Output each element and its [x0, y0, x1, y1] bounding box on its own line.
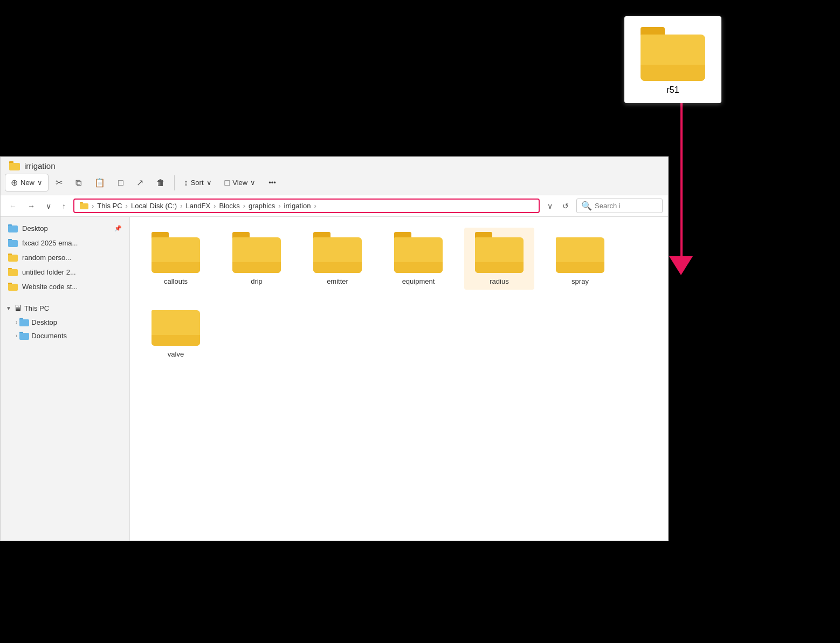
paste-button[interactable]: 📋	[88, 174, 111, 191]
folder-spray[interactable]: spray	[545, 228, 615, 290]
title-bar: irrigation	[1, 157, 668, 170]
folder-name-valve: valve	[168, 350, 184, 358]
folder-emitter[interactable]: emitter	[302, 228, 373, 290]
sidebar-label-untitled: untitled folder 2...	[22, 268, 76, 276]
sidebar-label-desktop-tree: Desktop	[31, 318, 57, 326]
sidebar-this-pc[interactable]: ▼ 🖥 This PC	[1, 300, 129, 316]
address-path[interactable]: › This PC › Local Disk (C:) › LandFX › B…	[73, 199, 540, 213]
sidebar-folder-icon-documents	[19, 332, 29, 340]
share-icon: ↗	[136, 177, 143, 188]
more-button[interactable]: •••	[263, 175, 282, 190]
folder-valve[interactable]: valve	[141, 300, 211, 362]
floating-folder: r51	[624, 16, 721, 103]
new-label: New	[20, 179, 35, 187]
file-area: callouts drip emitter	[130, 217, 668, 541]
expand-arrow-desktop: ›	[16, 319, 17, 325]
sort-button[interactable]: ↕ Sort ∨	[178, 174, 218, 191]
recent-button[interactable]: ∨	[43, 200, 54, 213]
folder-name-spray: spray	[572, 277, 589, 285]
address-controls: ∨ ↺	[544, 200, 572, 213]
delete-button[interactable]: 🗑	[150, 174, 171, 191]
sidebar-folder-icon-random	[8, 254, 18, 262]
path-irrigation: irrigation	[284, 202, 311, 210]
paste-icon: 📋	[94, 177, 105, 188]
sidebar-label-this-pc: This PC	[24, 304, 49, 312]
sidebar-folder-icon-fxcad	[8, 239, 18, 247]
path-folder-icon	[80, 202, 88, 209]
copy-icon: ⧉	[75, 178, 81, 188]
expand-arrow-documents: ›	[16, 333, 17, 339]
view-button[interactable]: □ View ∨	[219, 174, 262, 191]
folder-icon-spray	[556, 232, 604, 273]
search-input[interactable]	[595, 202, 658, 210]
cut-button[interactable]: ✂	[50, 174, 68, 191]
sidebar-folder-icon-desktop-tree	[19, 318, 29, 326]
title-bar-folder-icon	[9, 161, 20, 170]
up-button[interactable]: ↑	[59, 200, 69, 213]
sidebar-desktop-tree[interactable]: › Desktop	[1, 316, 129, 329]
folder-callouts[interactable]: callouts	[141, 228, 211, 290]
sidebar-item-untitled[interactable]: untitled folder 2...	[1, 265, 129, 279]
view-label: View	[232, 179, 247, 187]
copy-button[interactable]: ⧉	[70, 174, 87, 191]
toolbar: ⊕ New ∨ ✂ ⧉ 📋 □ ↗ 🗑 ↕ Sort ∨ □ View	[1, 170, 668, 195]
content-area: Desktop 📌 fxcad 2025 ema... random perso…	[1, 217, 668, 541]
toolbar-separator	[174, 175, 175, 190]
sidebar-folder-icon-desktop	[8, 224, 18, 232]
rename-icon: □	[118, 178, 123, 188]
explorer-window: irrigation ⊕ New ∨ ✂ ⧉ 📋 □ ↗ 🗑 ↕ Sort	[0, 156, 669, 541]
sidebar-label-desktop: Desktop	[22, 224, 48, 232]
scissors-icon: ✂	[56, 177, 63, 188]
window-title: irrigation	[24, 161, 56, 170]
sort-icon: ↕	[184, 178, 188, 188]
folder-icon-drip	[232, 232, 281, 273]
sidebar-label-website: Website code st...	[22, 283, 78, 291]
folder-icon-equipment	[394, 232, 443, 273]
folder-radius[interactable]: radius	[464, 228, 534, 290]
path-graphics: graphics	[249, 202, 275, 210]
sidebar-item-fxcad[interactable]: fxcad 2025 ema...	[1, 236, 129, 250]
refresh-button[interactable]: ↺	[559, 200, 572, 213]
expand-arrow-this-pc: ▼	[6, 305, 11, 311]
folder-name-equipment: equipment	[402, 277, 435, 285]
search-icon: 🔍	[581, 201, 592, 211]
path-dropdown-button[interactable]: ∨	[544, 200, 556, 213]
sidebar-label-fxcad: fxcad 2025 ema...	[22, 239, 78, 247]
folder-name-callouts: callouts	[164, 277, 188, 285]
sidebar: Desktop 📌 fxcad 2025 ema... random perso…	[1, 217, 130, 541]
folder-drip[interactable]: drip	[222, 228, 292, 290]
folder-name-emitter: emitter	[327, 277, 348, 285]
folder-name-drip: drip	[251, 277, 263, 285]
folder-icon-emitter	[313, 232, 362, 273]
sidebar-folder-icon-untitled	[8, 268, 18, 276]
pin-icon: 📌	[114, 225, 122, 232]
view-dropdown-icon: ∨	[250, 179, 256, 187]
sort-label: Sort	[191, 179, 204, 187]
search-box[interactable]: 🔍	[576, 199, 663, 213]
rename-button[interactable]: □	[112, 174, 129, 191]
path-landfx: LandFX	[186, 202, 211, 210]
folder-icon-valve	[152, 305, 200, 346]
folder-icon-callouts	[152, 232, 200, 273]
annotation-arrow	[670, 84, 693, 275]
sidebar-documents-tree[interactable]: › Documents	[1, 329, 129, 343]
back-button[interactable]: ←	[6, 200, 20, 213]
sidebar-item-desktop[interactable]: Desktop 📌	[1, 221, 129, 236]
sidebar-label-random: random perso...	[22, 254, 71, 262]
folder-equipment[interactable]: equipment	[383, 228, 453, 290]
sidebar-item-random[interactable]: random perso...	[1, 250, 129, 265]
plus-icon: ⊕	[11, 177, 18, 188]
path-blocks: Blocks	[219, 202, 239, 210]
folder-name-radius: radius	[490, 277, 508, 285]
monitor-icon: 🖥	[13, 303, 22, 313]
new-dropdown-icon: ∨	[37, 179, 43, 187]
view-icon: □	[225, 178, 230, 188]
new-button[interactable]: ⊕ New ∨	[5, 174, 49, 191]
sidebar-item-website[interactable]: Website code st...	[1, 279, 129, 294]
path-local-disk: Local Disk (C:)	[131, 202, 177, 210]
forward-button[interactable]: →	[24, 200, 38, 213]
sort-dropdown-icon: ∨	[206, 179, 212, 187]
sidebar-folder-icon-website	[8, 283, 18, 291]
share-button[interactable]: ↗	[130, 174, 149, 191]
ellipsis-icon: •••	[268, 179, 276, 187]
